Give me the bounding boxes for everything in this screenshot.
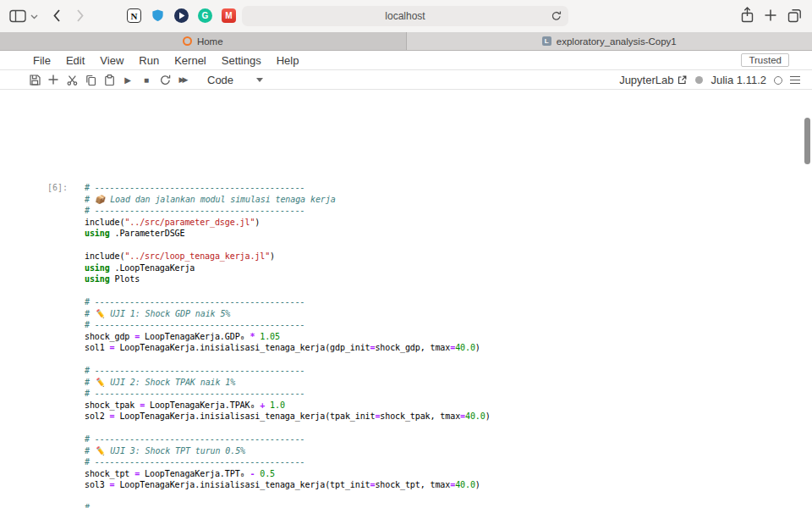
menu-kernel[interactable]: Kernel xyxy=(167,54,214,67)
external-link-icon xyxy=(677,75,688,86)
notebook-area: [6]: # ---------------------------------… xyxy=(0,90,812,508)
code-line: # --------------------------------------… xyxy=(85,365,530,377)
menu-settings[interactable]: Settings xyxy=(214,54,269,67)
code-line: # 📦 Load dan jalankan modul simulasi ten… xyxy=(85,194,530,206)
grammarly-extension-button[interactable]: G xyxy=(198,8,212,23)
code-line: include("../src/parameter_dsge.jl") xyxy=(85,217,530,229)
toolbar-menu-icon[interactable] xyxy=(790,76,800,85)
code-line: # --------------------------------------… xyxy=(85,319,530,331)
forward-chevron-icon xyxy=(75,8,85,23)
paste-icon xyxy=(103,74,116,86)
browser-tab-home[interactable]: Home xyxy=(0,32,407,50)
code-line xyxy=(85,354,530,366)
browser-toolbar: N G M localhost xyxy=(0,0,812,32)
code-line: sol3 = LoopTenagaKerja.inisialisasi_tena… xyxy=(85,479,530,491)
menu-run[interactable]: Run xyxy=(131,54,167,67)
code-line: using .LoopTenagaKerja xyxy=(85,262,530,274)
code-line xyxy=(85,285,530,297)
back-button[interactable] xyxy=(52,8,62,23)
restart-kernel-button[interactable] xyxy=(158,73,172,86)
status-dot-icon xyxy=(695,76,703,84)
refresh-button[interactable] xyxy=(550,9,562,22)
code-line: # --------------------------------------… xyxy=(85,388,530,400)
tab-group-chevron-button[interactable] xyxy=(30,14,38,19)
tab-notebook-label: exploratory_analysis-Copy1 xyxy=(557,36,677,47)
save-icon xyxy=(29,74,41,86)
menu-view[interactable]: View xyxy=(92,54,131,67)
sidebar-toggle-button[interactable] xyxy=(9,9,26,23)
paste-cell-button[interactable] xyxy=(102,73,116,86)
notion-icon: N xyxy=(127,8,141,23)
code-line xyxy=(85,491,530,503)
chevron-down-icon xyxy=(30,14,38,19)
copy-cell-button[interactable] xyxy=(84,73,97,86)
m-extension-button[interactable]: M xyxy=(222,8,236,23)
jupyterlab-link[interactable]: JupyterLab xyxy=(619,74,688,86)
cell-type-value: Code xyxy=(207,74,233,86)
toolbar-right-group: JupyterLab Julia 1.11.2 xyxy=(619,70,800,90)
code-line: # ✏️ UJI 2: Shock TPAK naik 1% xyxy=(85,377,530,389)
share-button[interactable] xyxy=(739,7,755,25)
notion-extension-button[interactable]: N xyxy=(127,8,141,23)
code-line: # --------------------------------------… xyxy=(85,296,530,308)
share-icon xyxy=(739,7,755,25)
code-line: using .ParameterDSGE xyxy=(85,228,530,240)
refresh-icon xyxy=(550,9,562,22)
play-extension-button[interactable] xyxy=(174,8,189,23)
cut-cell-button[interactable] xyxy=(65,73,79,86)
shield-icon xyxy=(151,8,165,23)
kernel-status-icon[interactable] xyxy=(774,76,782,85)
jupyterlab-link-label: JupyterLab xyxy=(619,74,673,86)
code-line: # --------------------------------------… xyxy=(85,182,530,194)
code-line: # ✏️ UJI 3: Shock TPT turun 0.5% xyxy=(85,445,530,457)
code-line xyxy=(85,240,530,251)
safari-window: N G M localhost xyxy=(0,0,812,508)
code-line: # --------------------------------------… xyxy=(85,433,530,445)
chevron-down-icon xyxy=(256,78,263,82)
jupyter-favicon xyxy=(183,36,192,46)
code-line: sol1 = LoopTenagaKerja.inisialisasi_tena… xyxy=(85,342,530,354)
cell-execution-prompt: [6]: xyxy=(47,183,68,192)
code-line: # ✏️ UJI 1: Shock GDP naik 5% xyxy=(85,308,530,320)
menu-edit[interactable]: Edit xyxy=(58,54,92,67)
browser-tab-bar: Home L exploratory_analysis-Copy1 xyxy=(0,32,812,51)
new-tab-button[interactable] xyxy=(764,8,777,22)
restart-run-all-button[interactable]: ▶▶ xyxy=(177,73,190,86)
vertical-scrollbar[interactable] xyxy=(804,118,810,164)
code-line xyxy=(85,422,530,434)
tab-home-label: Home xyxy=(197,36,223,47)
run-cell-button[interactable]: ▶ xyxy=(121,73,134,86)
forward-button[interactable] xyxy=(75,8,85,23)
kernel-name[interactable]: Julia 1.11.2 xyxy=(710,74,766,86)
code-line: sol2 = LoopTenagaKerja.inisialisasi_tena… xyxy=(85,411,530,422)
address-bar-url: localhost xyxy=(385,10,425,22)
menu-help[interactable]: Help xyxy=(269,54,307,67)
menu-file[interactable]: File xyxy=(25,54,58,67)
save-button[interactable] xyxy=(28,73,41,86)
copy-icon xyxy=(85,74,97,86)
browser-tab-notebook[interactable]: L exploratory_analysis-Copy1 xyxy=(407,32,812,50)
code-line: # --------------------------------------… xyxy=(85,456,530,468)
tabs-overview-icon xyxy=(787,8,803,24)
shield-extension-button[interactable] xyxy=(151,8,165,23)
cell-type-select[interactable]: Code xyxy=(207,74,263,86)
plus-icon xyxy=(764,8,777,22)
code-line: # --------------------------------------… xyxy=(85,205,530,217)
code-cell-editor[interactable]: # --------------------------------------… xyxy=(85,182,530,508)
insert-cell-button[interactable] xyxy=(47,73,60,86)
back-chevron-icon xyxy=(52,8,62,23)
grammarly-icon: G xyxy=(198,8,212,23)
code-line: shock_tpak = LoopTenagaKerja.TPAK₀ + 1.0 xyxy=(85,400,530,411)
code-line: # --------------------------------------… xyxy=(85,502,530,508)
restart-icon xyxy=(159,74,172,86)
code-line: include("../src/loop_tenaga_kerja.jl") xyxy=(85,251,530,262)
stop-kernel-button[interactable]: ■ xyxy=(140,73,153,86)
code-line: shock_tpt = LoopTenagaKerja.TPT₀ - 0.5 xyxy=(85,468,530,480)
m-extension-icon: M xyxy=(222,8,236,23)
jupyter-menubar: File Edit View Run Kernel Settings Help … xyxy=(0,51,812,70)
scissors-icon xyxy=(66,74,79,86)
play-circle-icon xyxy=(174,8,189,23)
tab-overview-button[interactable] xyxy=(787,8,803,24)
address-bar[interactable]: localhost xyxy=(242,6,568,26)
trusted-button[interactable]: Trusted xyxy=(741,53,789,67)
